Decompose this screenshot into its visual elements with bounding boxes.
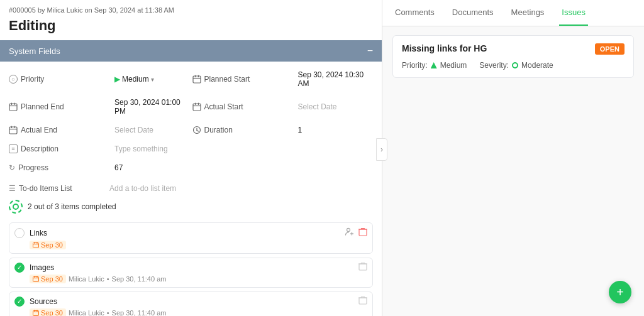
tab-issues[interactable]: Issues	[559, 0, 588, 26]
page-title: Editing	[0, 16, 382, 40]
progress-row: ↻ Progress 67	[0, 158, 382, 177]
issue-card-header: Missing links for HG OPEN	[402, 43, 625, 55]
todo-label: ☰ To-do Items List	[9, 184, 109, 193]
clock-icon	[192, 126, 201, 134]
table-row: Links	[9, 222, 373, 254]
duration-value[interactable]: 1	[296, 124, 374, 136]
ticket-meta: #000005 by Milica Lukic on Sep 30, 2024 …	[0, 0, 382, 16]
todo-date-badge-links: Sep 30	[30, 241, 66, 249]
svg-rect-22	[359, 229, 367, 236]
priority-icon: ○	[9, 75, 18, 84]
priority-label: ○ Priority	[9, 75, 109, 84]
actual-end-row: Actual End Select Date Duration 1	[0, 121, 382, 139]
svg-rect-45	[33, 311, 39, 316]
table-row: ✓ Images	[9, 258, 373, 288]
progress-indicator-row: 2 out of 3 items completed	[0, 196, 382, 217]
svg-point-19	[347, 229, 350, 232]
panel-toggle-button[interactable]: ›	[376, 138, 387, 161]
todo-item-header: Links	[14, 227, 367, 239]
svg-rect-4	[9, 104, 17, 111]
calendar-icon	[192, 75, 201, 84]
ticket-id: #000005	[9, 6, 36, 14]
todo-item-actions-images	[358, 262, 367, 273]
todo-checkbox-images[interactable]: ✓	[14, 263, 25, 273]
priority-dot-icon	[431, 62, 437, 68]
tab-comments[interactable]: Comments	[392, 0, 437, 26]
actual-end-label: Actual End	[9, 126, 109, 134]
svg-rect-40	[359, 298, 367, 304]
planned-end-value[interactable]: Sep 30, 2024 01:00 PM	[112, 96, 190, 117]
add-todo-input[interactable]: Add a to-do list item	[109, 184, 373, 193]
todo-date-row-sources: Sep 30 Milica Lukic • Sep 30, 11:40 am	[30, 308, 367, 316]
todo-items-list: Links	[0, 222, 382, 316]
todo-list-icon: ☰	[9, 184, 16, 193]
issue-priority-item: Priority: Medium	[402, 61, 467, 70]
table-row: ✓ Sources	[9, 291, 373, 316]
progress-circle-icon	[9, 200, 23, 214]
priority-dropdown[interactable]: ▶ Medium ▾	[114, 75, 187, 84]
tabs-bar: Comments Documents Meetings Issues	[382, 0, 644, 26]
ticket-created-by: by Milica Lukic on Sep 30, 2024 at 11:38…	[38, 6, 174, 14]
todo-checkbox-links[interactable]	[14, 228, 25, 238]
description-icon: ≡	[9, 144, 18, 153]
todo-meta-images: Milica Lukic • Sep 30, 11:40 am	[69, 275, 167, 283]
issue-priority-value: Medium	[440, 61, 467, 70]
dropdown-arrow-icon: ▾	[151, 76, 154, 83]
todo-meta-sources: Milica Lukic • Sep 30, 11:40 am	[69, 309, 167, 316]
issue-meta: Priority: Medium Severity: Moderate	[402, 61, 625, 70]
calendar-icon-4	[9, 126, 18, 134]
description-value[interactable]: Type something	[112, 143, 190, 155]
todo-item-name-links: Links	[30, 229, 47, 237]
tab-documents[interactable]: Documents	[450, 0, 496, 26]
progress-circle-fill	[13, 204, 19, 210]
todo-item-left-images: ✓ Images	[14, 263, 54, 273]
todo-item-left: Links	[14, 228, 47, 238]
issue-title: Missing links for HG	[402, 43, 487, 53]
planned-end-label: Planned End	[9, 102, 109, 111]
todo-item-actions-sources	[358, 296, 367, 307]
todo-item-header-images: ✓ Images	[14, 262, 367, 273]
delete-todo-button-sources[interactable]	[358, 296, 367, 307]
progress-value[interactable]: 67	[112, 161, 190, 174]
todo-item-header-sources: ✓ Sources	[14, 296, 367, 307]
assign-user-button[interactable]	[345, 227, 355, 239]
add-fab-button[interactable]: +	[609, 281, 631, 303]
svg-line-18	[197, 131, 199, 132]
svg-rect-12	[9, 127, 17, 134]
todo-item-name-images: Images	[30, 263, 54, 272]
progress-completion-text: 2 out of 3 items completed	[28, 202, 116, 211]
tab-meetings[interactable]: Meetings	[509, 0, 547, 26]
todo-item-actions	[345, 227, 367, 239]
svg-rect-36	[33, 277, 39, 282]
right-panel: Comments Documents Meetings Issues Missi…	[382, 0, 644, 316]
todo-date-badge-images: Sep 30	[30, 275, 66, 283]
delete-todo-button-images[interactable]	[358, 262, 367, 273]
todo-checkbox-sources[interactable]: ✓	[14, 297, 25, 307]
todo-item-left-sources: ✓ Sources	[14, 297, 57, 307]
issue-priority-label: Priority:	[402, 61, 428, 70]
delete-todo-button-links[interactable]	[358, 227, 367, 238]
todo-date-row-images: Sep 30 Milica Lukic • Sep 30, 11:40 am	[30, 275, 367, 283]
todo-date-row-links: Sep 30	[30, 241, 367, 249]
duration-label: Duration	[192, 126, 293, 134]
issue-severity-item: Severity: Moderate	[479, 61, 553, 70]
collapse-icon[interactable]: −	[367, 45, 373, 57]
actual-start-value[interactable]: Select Date	[296, 101, 374, 113]
priority-arrow-icon: ▶	[114, 75, 120, 84]
planned-start-value[interactable]: Sep 30, 2024 10:30 AM	[296, 68, 374, 90]
left-panel: #000005 by Milica Lukic on Sep 30, 2024 …	[0, 0, 382, 316]
svg-rect-8	[193, 104, 201, 111]
planned-start-label: Planned Start	[192, 75, 293, 84]
priority-value[interactable]: ▶ Medium ▾	[112, 73, 190, 85]
actual-start-label: Actual Start	[192, 102, 293, 111]
actual-end-value[interactable]: Select Date	[112, 124, 190, 136]
issue-severity-label: Severity:	[479, 61, 509, 70]
todo-item-name-sources: Sources	[30, 297, 57, 306]
issue-severity-value: Moderate	[521, 61, 553, 70]
issues-area: Missing links for HG OPEN Priority: Medi…	[382, 26, 644, 316]
todo-row: ☰ To-do Items List Add a to-do list item	[0, 181, 382, 196]
svg-rect-27	[33, 243, 39, 248]
svg-rect-31	[359, 264, 367, 270]
description-label: ≡ Description	[9, 144, 109, 153]
system-fields-label: System Fields	[9, 46, 60, 56]
